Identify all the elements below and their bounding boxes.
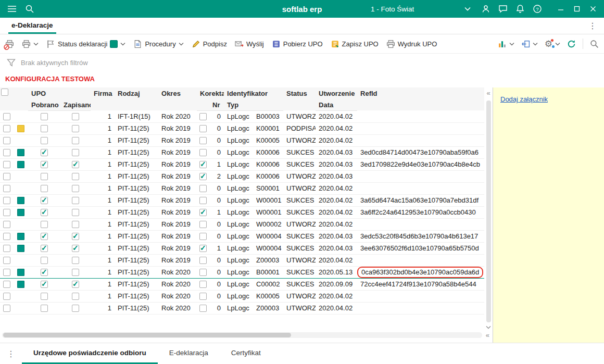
upo-pobrano-checkbox[interactable] [41,173,48,180]
tab-e-deklaracje[interactable]: e-Deklaracje [8,18,56,34]
footer-menu-icon[interactable]: ⋮ [0,343,22,364]
upo-pobrano-checkbox[interactable] [41,269,48,276]
korekta-checkbox[interactable] [199,245,207,252]
wyslij-button[interactable]: Wyślij [235,40,264,48]
upo-zapisano-checkbox[interactable] [72,161,79,168]
upo-pobrano-checkbox[interactable] [41,233,48,240]
korekta-checkbox[interactable] [199,281,207,288]
tab-overflow-menu-icon[interactable]: ⋮ [588,18,597,34]
korekta-checkbox[interactable] [199,221,207,228]
korekta-checkbox[interactable] [199,149,207,156]
table-row[interactable]: 1PIT-11(25)Rok 20190LpLogcK00001PODPISA2… [0,122,484,134]
row-select-checkbox[interactable] [3,149,10,156]
refresh-button[interactable] [567,40,576,48]
table-row[interactable]: 1PIT-11(25)Rok 20191LpLogcW00001SUKCES20… [0,206,484,218]
row-select-checkbox[interactable] [3,281,10,288]
scroll-down-icon[interactable] [486,325,491,329]
korekta-checkbox[interactable] [199,233,207,240]
collapse-panel-icon[interactable]: « [486,90,490,96]
row-select-checkbox[interactable] [3,185,10,192]
table-row[interactable]: 1PIT-11(25)Rok 20190LpLogcW00002UTWORZ20… [0,218,484,230]
user-icon[interactable] [479,2,493,16]
upo-pobrano-checkbox[interactable] [41,281,48,288]
vertical-scroll-thumb[interactable] [486,101,491,322]
row-select-checkbox[interactable] [3,173,10,180]
horizontal-scroll-track[interactable] [2,332,482,338]
upo-pobrano-checkbox[interactable] [41,185,48,192]
korekta-checkbox[interactable] [199,161,207,168]
chat-icon[interactable] [496,2,510,16]
upo-zapisano-checkbox[interactable] [72,113,79,120]
upo-zapisano-checkbox[interactable] [72,173,79,180]
row-select-checkbox[interactable] [3,125,10,132]
wydruk-upo-button[interactable]: Wydruk UPO [386,40,437,48]
korekta-checkbox[interactable] [199,257,207,264]
zapisz-upo-button[interactable]: Zapisz UPO [331,40,379,48]
korekta-checkbox[interactable] [199,185,207,192]
col-header-firma[interactable]: Firma [91,87,115,110]
row-select-checkbox[interactable] [3,197,10,204]
korekta-checkbox[interactable] [199,125,207,132]
row-select-checkbox[interactable] [3,113,10,120]
upo-pobrano-checkbox[interactable] [41,209,48,216]
upo-zapisano-checkbox[interactable] [72,305,79,312]
upo-pobrano-checkbox[interactable] [41,137,48,144]
upo-pobrano-checkbox[interactable] [41,221,48,228]
footer-tab-certyfikat[interactable]: Certyfikat [220,343,272,364]
row-select-checkbox[interactable] [3,209,10,216]
upo-zapisano-checkbox[interactable] [72,221,79,228]
table-row[interactable]: 1PIT-11(25)Rok 20190LpLogcK00005UTWORZ20… [0,134,484,146]
row-select-checkbox[interactable] [3,233,10,240]
upo-zapisano-checkbox[interactable] [72,137,79,144]
upo-pobrano-checkbox[interactable] [41,305,48,312]
help-icon[interactable]: ? [531,2,544,16]
table-row[interactable]: 1PIT-11(25)Rok 20190LpLogcS00001UTWORZ20… [0,182,484,194]
table-row[interactable]: 1PIT-11(25)Rok 20191LpLogcW00004SUKCES20… [0,242,484,254]
table-row[interactable]: 1PIT-11(25)Rok 20200LpLogcZ00003UTWORZ20… [0,302,484,314]
upo-zapisano-checkbox[interactable] [72,149,79,156]
upo-pobrano-checkbox[interactable] [41,113,48,120]
korekta-checkbox[interactable] [199,137,207,144]
table-row[interactable]: 1PIT-11(25)Rok 20190LpLogcW00001SUKCES20… [0,194,484,206]
row-select-checkbox[interactable] [3,257,10,264]
korekta-checkbox[interactable] [199,305,207,312]
upo-zapisano-checkbox[interactable] [72,209,79,216]
hamburger-menu-icon[interactable] [3,0,21,18]
podpisz-button[interactable]: Podpisz [192,40,227,48]
row-select-checkbox[interactable] [3,293,10,300]
table-row[interactable]: 1PIT-11(25)Rok 20190LpLogcW00004SUKCES20… [0,230,484,242]
global-search-icon[interactable] [21,0,39,18]
korekta-checkbox[interactable] [199,197,207,204]
korekta-checkbox[interactable] [199,113,207,120]
footer-tab-edeklaracja[interactable]: E-deklaracja [158,343,220,364]
upo-pobrano-checkbox[interactable] [41,245,48,252]
upo-pobrano-checkbox[interactable] [41,149,48,156]
upo-pobrano-checkbox[interactable] [41,125,48,132]
col-header-typ[interactable]: Typ [224,99,253,110]
table-row[interactable]: 1PIT-11(25)Rok 20200LpLogcB00001SUKCES20… [0,266,484,278]
korekta-checkbox[interactable] [199,173,207,180]
filter-funnel-icon[interactable] [7,58,16,67]
select-all-checkbox[interactable] [1,89,8,96]
col-header-pobrano[interactable]: Pobrano [28,99,60,110]
close-button[interactable] [585,1,601,17]
procedury-button[interactable]: Procedury [133,40,183,48]
row-select-checkbox[interactable] [3,221,10,228]
grid-settings-button[interactable]: ⚙ [545,40,560,48]
add-attachment-link[interactable]: Dodaj załącznik [500,95,548,103]
korekta-checkbox[interactable] [199,269,207,276]
vertical-scrollbar[interactable]: « [484,87,493,330]
row-select-checkbox[interactable] [3,305,10,312]
col-header-nr[interactable]: Nr [209,99,224,110]
export-button[interactable] [521,40,538,48]
row-select-checkbox[interactable] [3,161,10,168]
upo-zapisano-checkbox[interactable] [72,185,79,192]
maximize-button[interactable] [569,1,585,17]
col-header-refid[interactable]: RefId [357,87,484,110]
notifications-bell-icon[interactable] [513,2,527,16]
col-header-zapisano[interactable]: Zapisano [60,99,91,110]
collapse-left-icon[interactable]: « [486,332,489,338]
upo-zapisano-checkbox[interactable] [72,257,79,264]
cancel-declaration-button[interactable] [5,40,14,48]
table-row[interactable]: 1PIT-11(25)Rok 20190LpLogcZ00003UTWORZ20… [0,254,484,266]
